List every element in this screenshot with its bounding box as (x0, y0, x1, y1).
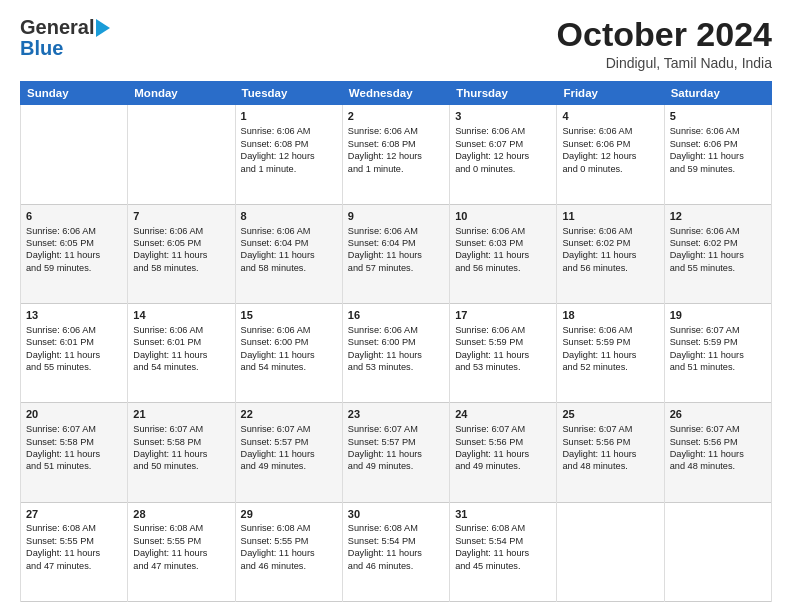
day-info: Sunrise: 6:06 AM (670, 125, 766, 137)
day-info: Sunrise: 6:08 AM (26, 522, 122, 534)
day-info: and 49 minutes. (348, 460, 444, 472)
calendar-week-2: 6Sunrise: 6:06 AMSunset: 6:05 PMDaylight… (21, 204, 772, 303)
day-info: Daylight: 11 hours (455, 448, 551, 460)
day-info: Sunset: 6:06 PM (670, 138, 766, 150)
logo-blue: Blue (20, 37, 63, 60)
day-info: Sunrise: 6:06 AM (133, 324, 229, 336)
day-info: Sunset: 6:05 PM (133, 237, 229, 249)
calendar-cell: 31Sunrise: 6:08 AMSunset: 5:54 PMDayligh… (450, 502, 557, 601)
day-info: Daylight: 11 hours (670, 150, 766, 162)
day-info: Sunset: 6:01 PM (26, 336, 122, 348)
day-info: Sunrise: 6:08 AM (455, 522, 551, 534)
calendar-cell: 5Sunrise: 6:06 AMSunset: 6:06 PMDaylight… (664, 105, 771, 204)
day-number: 18 (562, 308, 658, 323)
day-info: Sunrise: 6:06 AM (562, 225, 658, 237)
calendar-cell (128, 105, 235, 204)
day-info: Daylight: 12 hours (348, 150, 444, 162)
day-header-wednesday: Wednesday (342, 82, 449, 105)
day-info: Daylight: 11 hours (241, 448, 337, 460)
day-info: Sunrise: 6:07 AM (670, 324, 766, 336)
calendar-cell: 30Sunrise: 6:08 AMSunset: 5:54 PMDayligh… (342, 502, 449, 601)
day-info: Sunrise: 6:08 AM (133, 522, 229, 534)
day-info: and 56 minutes. (562, 262, 658, 274)
day-info: Sunrise: 6:08 AM (241, 522, 337, 534)
day-info: Sunset: 5:58 PM (26, 436, 122, 448)
day-info: Daylight: 11 hours (241, 349, 337, 361)
day-number: 10 (455, 209, 551, 224)
day-info: Daylight: 11 hours (26, 349, 122, 361)
day-info: and 59 minutes. (670, 163, 766, 175)
day-number: 22 (241, 407, 337, 422)
day-info: and 55 minutes. (26, 361, 122, 373)
day-info: Sunrise: 6:06 AM (670, 225, 766, 237)
calendar-cell: 7Sunrise: 6:06 AMSunset: 6:05 PMDaylight… (128, 204, 235, 303)
day-number: 27 (26, 507, 122, 522)
calendar-cell: 25Sunrise: 6:07 AMSunset: 5:56 PMDayligh… (557, 403, 664, 502)
day-number: 31 (455, 507, 551, 522)
calendar-cell: 24Sunrise: 6:07 AMSunset: 5:56 PMDayligh… (450, 403, 557, 502)
day-info: Sunset: 5:56 PM (562, 436, 658, 448)
day-number: 15 (241, 308, 337, 323)
day-info: and 50 minutes. (133, 460, 229, 472)
calendar-cell: 21Sunrise: 6:07 AMSunset: 5:58 PMDayligh… (128, 403, 235, 502)
day-info: Daylight: 11 hours (241, 547, 337, 559)
day-number: 1 (241, 109, 337, 124)
calendar-cell: 8Sunrise: 6:06 AMSunset: 6:04 PMDaylight… (235, 204, 342, 303)
day-info: and 46 minutes. (348, 560, 444, 572)
day-info: Sunrise: 6:06 AM (133, 225, 229, 237)
day-info: Sunset: 5:59 PM (562, 336, 658, 348)
day-info: Sunset: 6:04 PM (241, 237, 337, 249)
day-info: and 0 minutes. (455, 163, 551, 175)
day-number: 12 (670, 209, 766, 224)
calendar-cell: 6Sunrise: 6:06 AMSunset: 6:05 PMDaylight… (21, 204, 128, 303)
day-info: Daylight: 11 hours (26, 249, 122, 261)
day-info: and 1 minute. (348, 163, 444, 175)
day-info: Daylight: 11 hours (670, 349, 766, 361)
calendar-cell: 3Sunrise: 6:06 AMSunset: 6:07 PMDaylight… (450, 105, 557, 204)
day-info: Sunset: 5:57 PM (348, 436, 444, 448)
day-number: 28 (133, 507, 229, 522)
day-number: 3 (455, 109, 551, 124)
day-info: and 47 minutes. (133, 560, 229, 572)
day-number: 14 (133, 308, 229, 323)
day-info: Daylight: 12 hours (562, 150, 658, 162)
location: Dindigul, Tamil Nadu, India (557, 55, 772, 71)
day-number: 5 (670, 109, 766, 124)
day-info: Daylight: 11 hours (133, 349, 229, 361)
calendar-cell: 22Sunrise: 6:07 AMSunset: 5:57 PMDayligh… (235, 403, 342, 502)
day-info: Daylight: 11 hours (562, 448, 658, 460)
day-info: Daylight: 11 hours (670, 448, 766, 460)
calendar-cell: 17Sunrise: 6:06 AMSunset: 5:59 PMDayligh… (450, 304, 557, 403)
day-info: Sunrise: 6:06 AM (455, 324, 551, 336)
day-info: and 51 minutes. (670, 361, 766, 373)
day-number: 7 (133, 209, 229, 224)
day-info: and 53 minutes. (348, 361, 444, 373)
day-number: 2 (348, 109, 444, 124)
day-number: 25 (562, 407, 658, 422)
day-info: Sunrise: 6:06 AM (348, 125, 444, 137)
day-number: 11 (562, 209, 658, 224)
day-info: Sunrise: 6:06 AM (241, 324, 337, 336)
calendar-cell: 9Sunrise: 6:06 AMSunset: 6:04 PMDaylight… (342, 204, 449, 303)
day-info: and 58 minutes. (133, 262, 229, 274)
calendar-cell (21, 105, 128, 204)
day-number: 30 (348, 507, 444, 522)
day-info: Sunset: 5:59 PM (670, 336, 766, 348)
day-info: Sunrise: 6:06 AM (241, 125, 337, 137)
day-info: Daylight: 11 hours (670, 249, 766, 261)
day-info: Daylight: 11 hours (133, 547, 229, 559)
logo: General Blue (20, 16, 110, 60)
day-info: Sunset: 5:55 PM (26, 535, 122, 547)
day-info: Sunrise: 6:08 AM (348, 522, 444, 534)
calendar-week-4: 20Sunrise: 6:07 AMSunset: 5:58 PMDayligh… (21, 403, 772, 502)
calendar-week-3: 13Sunrise: 6:06 AMSunset: 6:01 PMDayligh… (21, 304, 772, 403)
day-header-tuesday: Tuesday (235, 82, 342, 105)
day-info: and 51 minutes. (26, 460, 122, 472)
day-info: Sunset: 6:02 PM (562, 237, 658, 249)
calendar-week-5: 27Sunrise: 6:08 AMSunset: 5:55 PMDayligh… (21, 502, 772, 601)
day-info: Daylight: 12 hours (455, 150, 551, 162)
day-number: 8 (241, 209, 337, 224)
logo-general: General (20, 16, 94, 39)
page: General Blue October 2024 Dindigul, Tami… (0, 0, 792, 612)
day-info: Sunset: 6:08 PM (348, 138, 444, 150)
